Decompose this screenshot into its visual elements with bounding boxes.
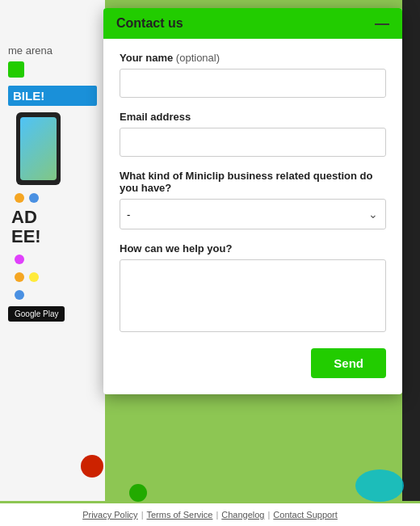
help-text-label: How can we help you?	[120, 242, 386, 255]
question-type-label: What kind of Miniclip business related q…	[120, 170, 386, 194]
footer-privacy-policy[interactable]: Privacy Policy	[82, 510, 137, 520]
footer: Privacy Policy | Terms of Service | Chan…	[0, 503, 420, 526]
phone-screen	[20, 117, 57, 180]
teal-shape	[355, 469, 404, 502]
modal-body: Your name (optional) Email address What …	[103, 39, 402, 394]
phone-image	[16, 112, 61, 185]
game-name-label: me arena	[8, 44, 97, 57]
email-address-input[interactable]	[120, 128, 386, 157]
dots-row-4	[15, 290, 97, 300]
your-name-label: Your name (optional)	[120, 52, 386, 64]
email-address-field-group: Email address	[120, 111, 386, 157]
dots-row-1	[15, 193, 97, 203]
question-type-select-wrapper: - ⌄	[120, 199, 386, 229]
modal-header: Contact us —	[103, 8, 402, 39]
contact-us-modal: Contact us — Your name (optional) Email …	[103, 8, 402, 394]
dot-orange	[15, 193, 24, 203]
dot-orange-2	[15, 272, 24, 282]
dot-purple	[15, 255, 24, 264]
dots-row-3	[15, 272, 97, 282]
optional-label: (optional)	[176, 52, 220, 64]
green-circle-game	[129, 484, 147, 502]
question-type-field-group: What kind of Miniclip business related q…	[120, 170, 386, 229]
footer-changelog[interactable]: Changelog	[221, 510, 264, 520]
left-panel: me arena BILE! ADEE! Google Play	[0, 0, 105, 501]
google-play-badge[interactable]: Google Play	[8, 306, 65, 322]
footer-terms-of-service[interactable]: Terms of Service	[146, 510, 212, 520]
ad-text: ADEE!	[11, 208, 97, 246]
question-type-select[interactable]: -	[120, 199, 386, 229]
email-address-label: Email address	[120, 111, 386, 123]
footer-contact-support[interactable]: Contact Support	[273, 510, 338, 520]
dots-row-2	[15, 255, 97, 264]
your-name-field-group: Your name (optional)	[120, 52, 386, 98]
help-text-textarea[interactable]	[120, 259, 386, 332]
right-strip	[402, 0, 420, 501]
your-name-input[interactable]	[120, 69, 386, 98]
green-button[interactable]	[8, 61, 24, 78]
mobile-banner: BILE!	[8, 86, 97, 106]
help-text-field-group: How can we help you?	[120, 242, 386, 335]
footer-sep-3: |	[267, 510, 270, 520]
send-button-row: Send	[120, 348, 386, 378]
dot-yellow	[29, 272, 39, 282]
modal-close-button[interactable]: —	[375, 16, 389, 31]
dot-blue	[29, 193, 39, 203]
red-circle	[81, 455, 103, 478]
modal-title: Contact us	[116, 16, 183, 31]
footer-sep-1: |	[141, 510, 144, 520]
footer-sep-2: |	[216, 510, 218, 520]
dot-blue-2	[15, 290, 24, 300]
send-button[interactable]: Send	[311, 348, 386, 378]
